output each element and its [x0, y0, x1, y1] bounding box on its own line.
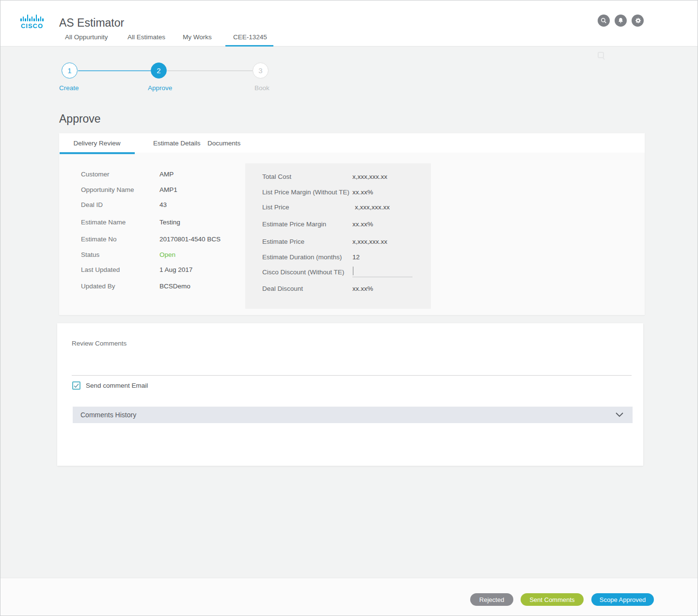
send-email-row: Send comment Email: [72, 381, 148, 390]
action-footer: Rejected Sent Comments Scope Approved: [0, 578, 698, 616]
tab-documents[interactable]: Documents: [203, 133, 245, 153]
nav-my-works[interactable]: My Works: [183, 33, 212, 41]
main-nav: All Oppurtunity All Estimates My Works C…: [0, 32, 698, 46]
text-cursor: [353, 267, 353, 275]
nav-active-underline: [225, 45, 273, 47]
comments-history-label: Comments History: [80, 411, 136, 419]
step-1-create[interactable]: 1: [62, 63, 78, 79]
comments-history-toggle[interactable]: Comments History: [73, 407, 633, 423]
cisco-logo: CISCO: [19, 14, 45, 30]
nav-all-opportunity[interactable]: All Oppurtunity: [65, 33, 108, 41]
delivery-review-card: Delivery Review Estimate Details Documen…: [59, 133, 645, 315]
cisco-logo-text: CISCO: [19, 22, 45, 30]
tab-active-underline: [60, 152, 135, 154]
gear-icon[interactable]: [632, 15, 644, 27]
send-email-checkbox[interactable]: [72, 381, 80, 390]
tab-estimate-details[interactable]: Estimate Details: [148, 133, 206, 153]
step-connector-done: [78, 70, 151, 71]
cisco-discount-input[interactable]: [352, 266, 412, 277]
nav-all-estimates[interactable]: All Estimates: [127, 33, 165, 41]
step-2-label: Approve: [148, 84, 172, 92]
search-icon[interactable]: [598, 15, 610, 27]
cisco-logo-bars-icon: [19, 14, 45, 21]
step-2-approve[interactable]: 2: [151, 63, 167, 79]
status-badge: Open: [159, 251, 175, 258]
send-email-label: Send comment Email: [86, 382, 148, 389]
review-comments-card: Review Comments Send comment Email Comme…: [57, 323, 643, 466]
step-1-label: Create: [59, 84, 79, 92]
scope-approved-button[interactable]: Scope Approved: [591, 593, 654, 606]
review-comments-input[interactable]: [72, 351, 632, 376]
app-title: AS Estimator: [59, 16, 124, 30]
sent-comments-button[interactable]: Sent Comments: [521, 593, 584, 606]
pricing-panel: Total Costx,xxx,xxx.xx List Price Margin…: [245, 163, 431, 309]
app-header: CISCO AS Estimator All Oppurtunity All E…: [0, 0, 698, 47]
step-3-label: Book: [254, 84, 270, 92]
chevron-down-icon: [615, 411, 624, 420]
tab-bar: Delivery Review Estimate Details Documen…: [59, 133, 645, 153]
rejected-button[interactable]: Rejected: [470, 593, 513, 606]
nav-cee-13245[interactable]: CEE-13245: [233, 33, 267, 41]
step-connector-upcoming: [167, 70, 253, 71]
tab-delivery-review[interactable]: Delivery Review: [59, 133, 135, 153]
cisco-discount-field: [352, 266, 412, 277]
review-comments-label: Review Comments: [72, 340, 127, 347]
bell-icon[interactable]: [615, 15, 627, 27]
page-title: Approve: [59, 112, 101, 126]
ghost-search-icon: [597, 51, 605, 62]
step-3-book[interactable]: 3: [253, 63, 269, 79]
